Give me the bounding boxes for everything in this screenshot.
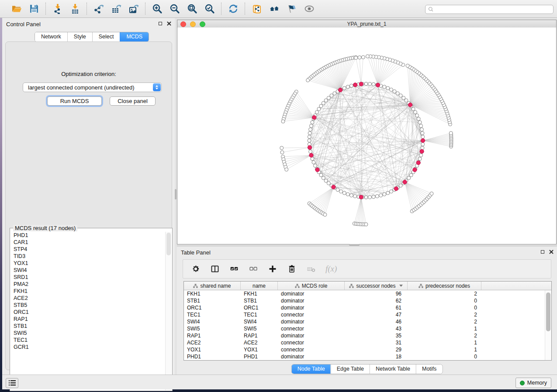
network-view-window: YPA_prune.txt_1 xyxy=(177,20,557,244)
search-input[interactable] xyxy=(436,6,550,13)
screen: Control Panel NetworkStyleSelectMCDS Opt… xyxy=(0,0,557,392)
optimization-criterion-label: Optimization criterion: xyxy=(6,71,172,77)
search-box[interactable] xyxy=(425,5,554,14)
result-node-item[interactable]: ACE2 xyxy=(10,295,166,302)
cell: connector xyxy=(278,347,345,353)
memory-button[interactable]: Memory xyxy=(515,378,551,388)
result-node-item[interactable]: YOX1 xyxy=(10,260,166,267)
control-panel-titlebar: Control Panel xyxy=(2,18,175,29)
result-node-item[interactable]: TID3 xyxy=(10,253,166,260)
close-panel-button-mcds[interactable]: Close panel xyxy=(110,96,156,106)
table-scrollbar-thumb[interactable] xyxy=(546,292,550,331)
memory-label: Memory xyxy=(527,380,547,386)
column-header-successor-nodes[interactable]: successor nodes xyxy=(345,282,408,290)
result-node-item[interactable]: SWI5 xyxy=(10,330,166,337)
tab-network-table[interactable]: Network Table xyxy=(370,364,416,374)
zoom-selected-icon[interactable] xyxy=(204,3,215,14)
cell: dominator xyxy=(278,354,345,360)
network-canvas[interactable] xyxy=(177,28,556,244)
tab-select[interactable]: Select xyxy=(92,32,120,41)
export-table-icon[interactable] xyxy=(111,3,122,14)
table-row[interactable]: RAP1RAP1dominator352 xyxy=(184,332,545,339)
tab-motifs[interactable]: Motifs xyxy=(416,364,442,374)
table-row[interactable]: TEC1TEC1connector472 xyxy=(184,311,545,318)
result-node-item[interactable]: GCR1 xyxy=(10,344,166,351)
cell: connector xyxy=(278,312,345,318)
cell: 0 xyxy=(408,298,481,304)
cell: dominator xyxy=(278,291,345,297)
birds-eye-icon[interactable] xyxy=(269,3,280,14)
zoom-in-icon[interactable] xyxy=(152,3,163,14)
zoom-out-icon[interactable] xyxy=(169,3,180,14)
column-header-MCDS-role[interactable]: MCDS role xyxy=(278,282,345,290)
close-panel-button[interactable] xyxy=(166,21,171,26)
refresh-icon[interactable] xyxy=(228,3,239,14)
result-node-item[interactable]: STB5 xyxy=(10,302,166,309)
select-all-icon[interactable] xyxy=(229,264,239,274)
delete-table-icon[interactable] xyxy=(306,264,316,274)
result-node-item[interactable]: RAP1 xyxy=(10,316,166,323)
zoom-fit-icon[interactable] xyxy=(187,3,198,14)
optimization-criterion-select[interactable]: largest connected component (undirected) xyxy=(23,83,162,92)
save-icon[interactable] xyxy=(28,3,40,14)
result-node-item[interactable]: PHD1 xyxy=(10,232,166,239)
delete-column-icon[interactable] xyxy=(287,264,297,274)
close-table-panel-button[interactable] xyxy=(549,249,554,254)
export-network-icon[interactable] xyxy=(93,3,104,14)
table-row[interactable]: ORC1ORC1dominator610 xyxy=(184,304,545,311)
show-columns-icon[interactable] xyxy=(210,264,220,274)
table-row[interactable]: FKH1FKH1dominator962 xyxy=(184,290,545,297)
result-node-item[interactable]: STP4 xyxy=(10,246,166,253)
run-mcds-button[interactable]: Run MCDS xyxy=(47,96,102,106)
task-history-button[interactable] xyxy=(6,378,18,388)
vertical-splitter-handle[interactable] xyxy=(175,189,176,199)
cell: PHD1 xyxy=(241,354,278,360)
cell: 43 xyxy=(345,326,408,332)
deselect-all-icon[interactable] xyxy=(249,264,258,274)
main-toolbar xyxy=(0,0,557,18)
result-scrollbar[interactable] xyxy=(165,232,172,390)
column-header-shared-name[interactable]: shared name xyxy=(184,282,241,290)
network-from-file-icon[interactable] xyxy=(251,3,263,14)
table-scrollbar[interactable] xyxy=(545,290,551,360)
table-row[interactable]: ACE2ACE2connector311 xyxy=(184,339,545,346)
import-network-icon[interactable] xyxy=(52,3,63,14)
cell: ACE2 xyxy=(184,340,241,346)
import-table-icon[interactable] xyxy=(69,3,81,14)
table-row[interactable]: YOX1YOX1connector291 xyxy=(184,346,545,353)
show-details-icon[interactable] xyxy=(304,3,315,14)
table-row[interactable]: PHD1PHD1dominator180 xyxy=(184,353,545,360)
flag-icon[interactable] xyxy=(286,3,298,14)
float-table-panel-button[interactable] xyxy=(540,249,545,254)
cell: 47 xyxy=(345,312,408,318)
table-row[interactable]: SWI4SWI4dominator462 xyxy=(184,318,545,325)
tab-network[interactable]: Network xyxy=(35,32,67,41)
result-node-item[interactable]: PMA2 xyxy=(10,281,166,288)
table-options-icon[interactable] xyxy=(191,264,201,274)
result-scrollbar-thumb[interactable] xyxy=(166,233,171,255)
tab-mcds[interactable]: MCDS xyxy=(120,32,149,41)
cell: SWI5 xyxy=(241,326,278,332)
result-node-item[interactable]: TEC1 xyxy=(10,337,166,344)
cell: dominator xyxy=(278,319,345,325)
result-node-item[interactable]: STB1 xyxy=(10,323,166,330)
function-builder-icon[interactable]: f(x) xyxy=(325,264,337,274)
tab-node-table[interactable]: Node Table xyxy=(292,364,331,374)
open-icon[interactable] xyxy=(11,3,22,14)
result-node-item[interactable]: CAR1 xyxy=(10,239,166,246)
sort-desc-icon xyxy=(399,285,403,287)
tab-edge-table[interactable]: Edge Table xyxy=(331,364,370,374)
column-header-name[interactable]: name xyxy=(241,282,278,290)
add-column-icon[interactable] xyxy=(268,264,277,274)
float-panel-button[interactable] xyxy=(158,21,163,26)
column-header-predecessor-nodes[interactable]: predecessor nodes xyxy=(408,282,481,290)
table-row[interactable]: STB1STB1dominator620 xyxy=(184,297,545,304)
table-row[interactable]: SWI5SWI5connector431 xyxy=(184,325,545,332)
result-node-item[interactable]: SRD1 xyxy=(10,274,166,281)
tab-style[interactable]: Style xyxy=(67,32,92,41)
result-node-item[interactable]: FKH1 xyxy=(10,288,166,295)
result-node-item[interactable]: ORC1 xyxy=(10,309,166,316)
export-image-icon[interactable] xyxy=(128,3,139,14)
cell: 0 xyxy=(408,354,481,360)
result-node-item[interactable]: SWI4 xyxy=(10,267,166,274)
